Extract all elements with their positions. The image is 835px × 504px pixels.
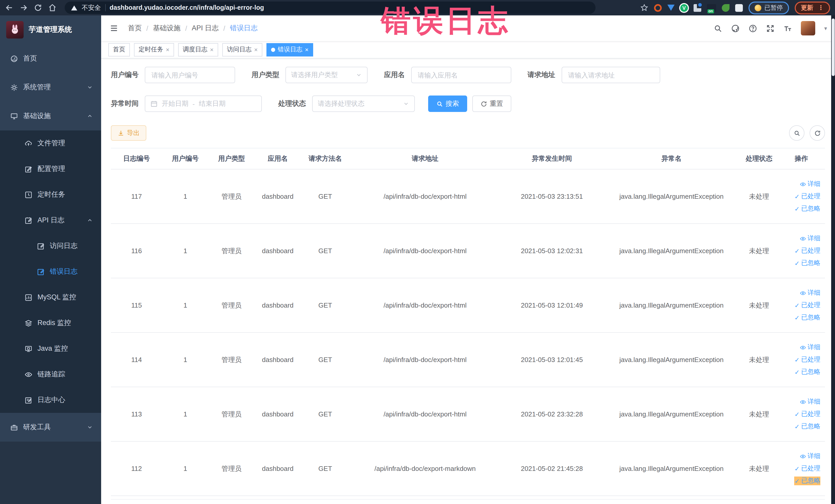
sidebar-item-devtools[interactable]: 研发工具 [0, 413, 101, 442]
export-button[interactable]: 导出 [111, 125, 146, 141]
app-name-input[interactable] [411, 67, 511, 83]
forward-icon[interactable] [20, 4, 28, 12]
ignored-link[interactable]: ✓已忽略 [794, 313, 820, 322]
sidebar-item-system[interactable]: 系统管理 [0, 73, 101, 102]
detail-link[interactable]: 详细 [800, 398, 820, 406]
ignored-link[interactable]: ✓已忽略 [794, 204, 820, 213]
paused-badge[interactable]: 已暂停 [749, 1, 789, 14]
col-time: 异常发生时间 [501, 154, 603, 163]
col-url: 请求地址 [350, 154, 501, 163]
doc-edit-icon [37, 268, 45, 276]
processed-link[interactable]: ✓已处理 [794, 355, 820, 364]
top-navbar: 首页 / 基础设施 / API 日志 / 错误日志 ▾ [101, 15, 835, 41]
detail-link[interactable]: 详细 [800, 180, 820, 188]
app-logo-row[interactable]: 芋道管理系统 [0, 15, 101, 44]
tab-job[interactable]: 定时任务 × [134, 43, 174, 56]
cell-actions: 详细 ✓已处理 ✓已忽略 [778, 180, 824, 213]
ignored-link[interactable]: ✓已忽略 [794, 259, 820, 267]
sidebar-item-job[interactable]: 定时任务 [0, 182, 101, 207]
extensions-puzzle-icon[interactable] [735, 4, 743, 12]
tab-access-log[interactable]: 访问日志 × [222, 43, 262, 56]
extension-icon-4[interactable] [694, 4, 701, 12]
request-url-input[interactable] [562, 67, 660, 83]
address-bar[interactable]: 不安全 dashboard.yudao.iocoder.cn/infra/log… [65, 2, 595, 14]
tab-home[interactable]: 首页 [108, 43, 130, 56]
sidebar-item-label: 配置管理 [38, 164, 65, 174]
extension-icon-3[interactable]: V [680, 4, 688, 12]
fullscreen-icon[interactable] [766, 24, 775, 33]
table-tools [789, 125, 825, 141]
sidebar-item-mysql[interactable]: MySQL 监控 [0, 284, 101, 310]
address-separator [105, 4, 105, 11]
extension-icon-5[interactable]: on [707, 4, 716, 12]
update-button[interactable]: 更新 ⋮ [795, 1, 830, 14]
tab-job-log[interactable]: 调度日志 × [178, 43, 218, 56]
exception-time-range-picker[interactable]: 开始日期 - 结束日期 [145, 96, 262, 112]
sidebar-item-redis[interactable]: Redis 监控 [0, 310, 101, 336]
sidebar-item-home[interactable]: 首页 [0, 44, 101, 73]
breadcrumb-item[interactable]: API 日志 [192, 24, 219, 33]
processed-link[interactable]: ✓已处理 [794, 246, 820, 255]
processed-link[interactable]: ✓已处理 [794, 192, 820, 201]
reload-icon[interactable] [34, 4, 42, 12]
sidebar-item-log-center[interactable]: 日志中心 [0, 387, 101, 413]
extension-icon-6[interactable] [722, 4, 730, 12]
detail-link[interactable]: 详细 [800, 288, 820, 297]
ignored-link[interactable]: ✓已忽略 [794, 422, 820, 431]
app-title: 芋道管理系统 [29, 25, 72, 35]
ignored-link[interactable]: ✓已忽略 [794, 368, 820, 377]
github-icon[interactable] [731, 24, 740, 33]
breadcrumb-item[interactable]: 基础设施 [153, 24, 181, 33]
close-icon[interactable]: × [166, 46, 169, 53]
reset-button[interactable]: 重置 [472, 96, 511, 112]
search-icon[interactable] [714, 24, 722, 33]
sidebar-item-java[interactable]: Java 监控 [0, 336, 101, 362]
col-user-id: 用户编号 [162, 154, 208, 163]
table-row: 114 1 管理员 dashboard GET /api/infra/db-do… [111, 333, 825, 387]
paused-label: 已暂停 [765, 3, 783, 12]
extension-icon-2[interactable] [667, 5, 675, 11]
hamburger-icon[interactable] [109, 24, 119, 32]
tab-error-log[interactable]: 错误日志 × [266, 43, 313, 56]
close-icon[interactable]: × [305, 46, 308, 53]
avatar-caret-icon[interactable]: ▾ [824, 25, 827, 32]
detail-link[interactable]: 详细 [800, 452, 820, 461]
close-icon[interactable]: × [210, 46, 213, 53]
scrollbar-thumb[interactable] [832, 19, 835, 76]
process-status-select[interactable]: 请选择处理状态 [312, 96, 415, 112]
sidebar-item-config[interactable]: 配置管理 [0, 156, 101, 182]
sidebar-item-infra[interactable]: 基础设施 [0, 102, 101, 130]
close-icon[interactable]: × [254, 46, 258, 53]
search-button[interactable]: 搜索 [428, 96, 467, 112]
processed-link[interactable]: ✓已处理 [794, 301, 820, 310]
ignored-link[interactable]: ✓已忽略 [794, 477, 820, 485]
help-icon[interactable] [749, 24, 757, 33]
sidebar-item-file[interactable]: 文件管理 [0, 130, 101, 156]
cell-app-name: dashboard [254, 193, 301, 200]
detail-link[interactable]: 详细 [800, 343, 820, 352]
sidebar-item-access-log[interactable]: 访问日志 [0, 233, 101, 259]
processed-link[interactable]: ✓已处理 [794, 410, 820, 419]
user-id-input[interactable] [145, 67, 235, 83]
sidebar-item-error-log[interactable]: 错误日志 [0, 259, 101, 284]
extension-icon-1[interactable] [654, 4, 662, 12]
back-icon[interactable] [5, 4, 13, 12]
toggle-search-button[interactable] [789, 125, 805, 141]
bookmark-star-icon[interactable] [640, 4, 648, 12]
exception-time-label: 异常时间 [111, 99, 139, 108]
breadcrumb-item[interactable]: 首页 [128, 24, 142, 33]
cloud-upload-icon [25, 139, 32, 147]
font-size-icon[interactable] [784, 24, 792, 33]
browser-menu-icon[interactable]: ⋮ [818, 4, 824, 11]
sidebar-item-trace[interactable]: 链路追踪 [0, 362, 101, 387]
browser-scrollbar[interactable] [831, 15, 835, 504]
refresh-table-button[interactable] [810, 125, 825, 141]
processed-link[interactable]: ✓已处理 [794, 464, 820, 473]
cell-log-id: 117 [111, 193, 162, 200]
sidebar-item-api-log[interactable]: API 日志 [0, 207, 101, 233]
sidebar-item-label: API 日志 [38, 216, 64, 225]
avatar[interactable] [801, 21, 815, 36]
detail-link[interactable]: 详细 [800, 234, 820, 243]
user-type-select[interactable]: 请选择用户类型 [285, 67, 368, 83]
home-icon[interactable] [48, 4, 57, 12]
